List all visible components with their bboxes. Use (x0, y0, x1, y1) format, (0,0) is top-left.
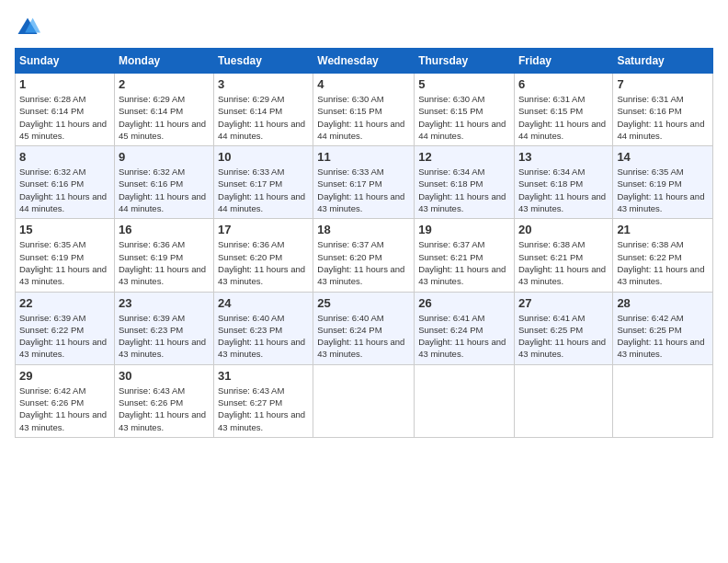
calendar-week-row: 1 Sunrise: 6:28 AM Sunset: 6:14 PM Dayli… (16, 74, 713, 146)
calendar-day-cell: 21 Sunrise: 6:38 AM Sunset: 6:22 PM Dayl… (613, 219, 713, 292)
calendar-day-cell: 10 Sunrise: 6:33 AM Sunset: 6:17 PM Dayl… (214, 146, 313, 219)
calendar-day-cell: 9 Sunrise: 6:32 AM Sunset: 6:16 PM Dayli… (114, 146, 213, 219)
day-info: Sunrise: 6:40 AM Sunset: 6:23 PM Dayligh… (218, 312, 309, 361)
calendar-week-row: 29 Sunrise: 6:42 AM Sunset: 6:26 PM Dayl… (16, 364, 713, 437)
calendar-header-cell: Sunday (16, 49, 115, 74)
calendar-day-cell: 29 Sunrise: 6:42 AM Sunset: 6:26 PM Dayl… (16, 364, 115, 437)
calendar-day-cell: 17 Sunrise: 6:36 AM Sunset: 6:20 PM Dayl… (214, 219, 313, 292)
calendar-week-row: 8 Sunrise: 6:32 AM Sunset: 6:16 PM Dayli… (16, 146, 713, 219)
day-info: Sunrise: 6:32 AM Sunset: 6:16 PM Dayligh… (119, 166, 210, 214)
day-number: 16 (119, 223, 210, 236)
day-info: Sunrise: 6:35 AM Sunset: 6:19 PM Dayligh… (617, 166, 709, 214)
day-number: 5 (418, 77, 510, 91)
day-number: 8 (19, 150, 110, 164)
day-number: 24 (218, 296, 309, 310)
day-number: 10 (218, 150, 309, 164)
calendar-day-cell: 14 Sunrise: 6:35 AM Sunset: 6:19 PM Dayl… (613, 146, 713, 219)
day-info: Sunrise: 6:28 AM Sunset: 6:14 PM Dayligh… (19, 93, 110, 142)
day-number: 31 (218, 369, 309, 383)
day-info: Sunrise: 6:33 AM Sunset: 6:17 PM Dayligh… (317, 166, 410, 214)
day-number: 6 (518, 77, 609, 91)
day-number: 23 (119, 296, 210, 310)
calendar-day-cell: 15 Sunrise: 6:35 AM Sunset: 6:19 PM Dayl… (16, 219, 115, 292)
day-number: 9 (119, 150, 210, 164)
day-info: Sunrise: 6:41 AM Sunset: 6:24 PM Dayligh… (418, 312, 510, 361)
day-number: 30 (119, 369, 210, 383)
day-number: 2 (119, 77, 210, 91)
calendar-day-cell: 8 Sunrise: 6:32 AM Sunset: 6:16 PM Dayli… (16, 146, 115, 219)
calendar-day-cell: 22 Sunrise: 6:39 AM Sunset: 6:22 PM Dayl… (16, 292, 115, 364)
calendar-day-cell: 24 Sunrise: 6:40 AM Sunset: 6:23 PM Dayl… (214, 292, 313, 364)
day-number: 3 (218, 77, 309, 91)
day-info: Sunrise: 6:29 AM Sunset: 6:14 PM Dayligh… (119, 93, 210, 142)
day-number: 27 (518, 296, 609, 310)
day-number: 11 (317, 150, 410, 164)
day-info: Sunrise: 6:32 AM Sunset: 6:16 PM Dayligh… (19, 166, 110, 214)
day-info: Sunrise: 6:36 AM Sunset: 6:19 PM Dayligh… (119, 238, 210, 287)
calendar-day-cell: 12 Sunrise: 6:34 AM Sunset: 6:18 PM Dayl… (415, 146, 515, 219)
day-info: Sunrise: 6:33 AM Sunset: 6:17 PM Dayligh… (218, 166, 309, 214)
logo-icon (15, 15, 40, 40)
calendar-day-cell: 3 Sunrise: 6:29 AM Sunset: 6:14 PM Dayli… (214, 74, 313, 146)
day-number: 22 (19, 296, 110, 310)
calendar-header-cell: Friday (514, 49, 612, 74)
day-info: Sunrise: 6:41 AM Sunset: 6:25 PM Dayligh… (518, 312, 609, 361)
calendar-day-cell: 7 Sunrise: 6:31 AM Sunset: 6:16 PM Dayli… (613, 74, 713, 146)
calendar-header-cell: Monday (114, 49, 213, 74)
calendar-day-cell: 23 Sunrise: 6:39 AM Sunset: 6:23 PM Dayl… (114, 292, 213, 364)
day-number: 17 (218, 223, 309, 236)
calendar-header-cell: Saturday (613, 49, 713, 74)
calendar-day-cell (613, 364, 713, 437)
calendar-day-cell: 25 Sunrise: 6:40 AM Sunset: 6:24 PM Dayl… (313, 292, 415, 364)
day-info: Sunrise: 6:30 AM Sunset: 6:15 PM Dayligh… (418, 93, 510, 142)
calendar-day-cell: 13 Sunrise: 6:34 AM Sunset: 6:18 PM Dayl… (514, 146, 612, 219)
day-number: 28 (617, 296, 709, 310)
calendar-day-cell: 18 Sunrise: 6:37 AM Sunset: 6:20 PM Dayl… (313, 219, 415, 292)
day-info: Sunrise: 6:40 AM Sunset: 6:24 PM Dayligh… (317, 312, 410, 361)
calendar-day-cell: 27 Sunrise: 6:41 AM Sunset: 6:25 PM Dayl… (514, 292, 612, 364)
day-number: 29 (19, 369, 110, 383)
day-info: Sunrise: 6:39 AM Sunset: 6:22 PM Dayligh… (19, 312, 110, 361)
day-info: Sunrise: 6:31 AM Sunset: 6:15 PM Dayligh… (518, 93, 609, 142)
day-number: 1 (19, 77, 110, 91)
calendar-header-cell: Tuesday (214, 49, 313, 74)
day-info: Sunrise: 6:39 AM Sunset: 6:23 PM Dayligh… (119, 312, 210, 361)
day-info: Sunrise: 6:43 AM Sunset: 6:27 PM Dayligh… (218, 385, 309, 433)
calendar-day-cell: 26 Sunrise: 6:41 AM Sunset: 6:24 PM Dayl… (415, 292, 515, 364)
calendar-table: SundayMondayTuesdayWednesdayThursdayFrid… (15, 48, 713, 438)
day-info: Sunrise: 6:42 AM Sunset: 6:25 PM Dayligh… (617, 312, 709, 361)
calendar-week-row: 22 Sunrise: 6:39 AM Sunset: 6:22 PM Dayl… (16, 292, 713, 364)
day-info: Sunrise: 6:36 AM Sunset: 6:20 PM Dayligh… (218, 238, 309, 287)
day-number: 18 (317, 223, 410, 236)
day-info: Sunrise: 6:31 AM Sunset: 6:16 PM Dayligh… (617, 93, 709, 142)
day-info: Sunrise: 6:38 AM Sunset: 6:21 PM Dayligh… (518, 238, 609, 287)
calendar-day-cell: 19 Sunrise: 6:37 AM Sunset: 6:21 PM Dayl… (415, 219, 515, 292)
day-info: Sunrise: 6:37 AM Sunset: 6:20 PM Dayligh… (317, 238, 410, 287)
calendar-day-cell (415, 364, 515, 437)
day-number: 15 (19, 223, 110, 236)
logo (15, 15, 44, 40)
day-info: Sunrise: 6:34 AM Sunset: 6:18 PM Dayligh… (518, 166, 609, 214)
day-number: 21 (617, 223, 709, 236)
day-info: Sunrise: 6:43 AM Sunset: 6:26 PM Dayligh… (119, 385, 210, 433)
calendar-day-cell: 6 Sunrise: 6:31 AM Sunset: 6:15 PM Dayli… (514, 74, 612, 146)
day-info: Sunrise: 6:42 AM Sunset: 6:26 PM Dayligh… (19, 385, 110, 433)
calendar-header-cell: Wednesday (313, 49, 415, 74)
calendar-header-row: SundayMondayTuesdayWednesdayThursdayFrid… (16, 49, 713, 74)
calendar-day-cell: 20 Sunrise: 6:38 AM Sunset: 6:21 PM Dayl… (514, 219, 612, 292)
calendar-day-cell: 2 Sunrise: 6:29 AM Sunset: 6:14 PM Dayli… (114, 74, 213, 146)
day-number: 12 (418, 150, 510, 164)
day-number: 19 (418, 223, 510, 236)
calendar-day-cell: 1 Sunrise: 6:28 AM Sunset: 6:14 PM Dayli… (16, 74, 115, 146)
day-number: 13 (518, 150, 609, 164)
calendar-day-cell: 11 Sunrise: 6:33 AM Sunset: 6:17 PM Dayl… (313, 146, 415, 219)
calendar-day-cell (313, 364, 415, 437)
day-info: Sunrise: 6:34 AM Sunset: 6:18 PM Dayligh… (418, 166, 510, 214)
day-info: Sunrise: 6:30 AM Sunset: 6:15 PM Dayligh… (317, 93, 410, 142)
day-number: 26 (418, 296, 510, 310)
calendar-body: 1 Sunrise: 6:28 AM Sunset: 6:14 PM Dayli… (16, 74, 713, 438)
day-info: Sunrise: 6:35 AM Sunset: 6:19 PM Dayligh… (19, 238, 110, 287)
calendar-day-cell (514, 364, 612, 437)
day-info: Sunrise: 6:37 AM Sunset: 6:21 PM Dayligh… (418, 238, 510, 287)
calendar-day-cell: 31 Sunrise: 6:43 AM Sunset: 6:27 PM Dayl… (214, 364, 313, 437)
